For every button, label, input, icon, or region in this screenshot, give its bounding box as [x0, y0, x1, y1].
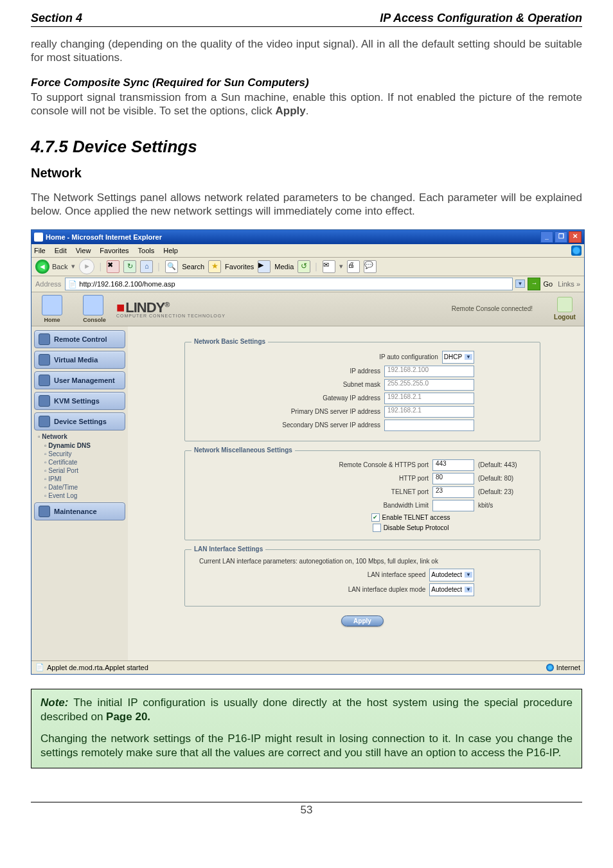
back-button[interactable]: ◄ — [35, 260, 49, 274]
print-icon[interactable]: 🖨 — [347, 260, 360, 273]
stop-icon[interactable]: ✖ — [107, 260, 120, 273]
history-icon[interactable]: ↺ — [298, 260, 310, 273]
nav-maintenance-label: Maintenance — [54, 508, 97, 515]
note-line1b: Page 20. — [106, 711, 150, 723]
menu-edit[interactable]: Edit — [55, 247, 67, 254]
ipaddr-input[interactable]: 192.168.2.100 — [384, 366, 474, 377]
tree-date-time[interactable]: ▫ Date/Time — [38, 483, 125, 492]
titlebar: Home - Microsoft Internet Explorer _ ❐ ✕ — [31, 230, 584, 244]
menu-tools[interactable]: Tools — [138, 247, 155, 254]
refresh-icon[interactable]: ↻ — [123, 260, 136, 273]
menu-help[interactable]: Help — [163, 247, 178, 254]
header-section: Section 4 — [31, 12, 82, 25]
media-icon[interactable]: ▶ — [258, 260, 271, 273]
logout-icon — [557, 297, 573, 312]
bw-label: Bandwidth Limit — [383, 502, 429, 509]
http-input[interactable]: 80 — [432, 473, 474, 484]
disable-setup-checkbox[interactable] — [373, 524, 381, 532]
tree-certificate[interactable]: ▫ Certificate — [38, 458, 125, 466]
enable-telnet-checkbox[interactable]: ✔ — [371, 513, 380, 522]
lan-settings-group: LAN Interface Settings Current LAN inter… — [184, 549, 540, 607]
search-label: Search — [182, 263, 204, 270]
network-heading: Network — [31, 166, 582, 181]
minimize-button[interactable]: _ — [540, 231, 553, 243]
address-dropdown-icon[interactable]: ▼ — [515, 279, 526, 288]
address-bar: Address 📄http://192.168.2.100/home.asp ▼… — [31, 276, 584, 292]
menu-file[interactable]: File — [34, 247, 46, 254]
internet-icon — [546, 664, 554, 671]
forward-button[interactable]: ► — [79, 259, 94, 274]
lan-speed-select[interactable]: Autodetect▼ — [429, 569, 474, 581]
kvm-icon — [39, 395, 50, 407]
nav-kvm-settings-label: KVM Settings — [54, 397, 100, 405]
nav-kvm-settings[interactable]: KVM Settings — [34, 392, 125, 410]
menu-view[interactable]: View — [76, 247, 91, 254]
rchttps-hint: (Default: 443) — [478, 461, 529, 468]
address-label: Address — [35, 280, 61, 288]
zone-label: Internet — [556, 664, 580, 671]
telnet-label: TELNET port — [391, 488, 429, 495]
home-icon — [42, 295, 62, 315]
body-para-2: To support signal transmission from a Su… — [31, 91, 582, 118]
section-title: 4.7.5 Device Settings — [31, 137, 582, 157]
dns2-input[interactable] — [384, 420, 474, 431]
nav-user-management[interactable]: User Management — [34, 371, 125, 389]
chevron-down-icon: ▼ — [465, 587, 472, 592]
menubar: File Edit View Favorites Tools Help — [31, 244, 584, 258]
user-mgmt-icon — [39, 375, 50, 386]
telnet-input[interactable]: 23 — [432, 486, 474, 498]
bw-input[interactable] — [432, 500, 474, 511]
note-box: Note: The initial IP configuration is us… — [31, 689, 582, 768]
nav-remote-control[interactable]: Remote Control — [34, 330, 125, 348]
menu-favorites[interactable]: Favorites — [100, 247, 129, 254]
close-button[interactable]: ✕ — [569, 231, 582, 243]
favorites-icon[interactable]: ★ — [208, 260, 221, 273]
lan-duplex-select[interactable]: Autodetect▼ — [429, 583, 474, 596]
nav-virtual-media-label: Virtual Media — [54, 356, 98, 364]
body-para-2c: . — [306, 105, 309, 117]
basic-settings-group: Network Basic Settings IP auto configura… — [184, 342, 540, 441]
tree-ipmi[interactable]: ▫ IPMI — [38, 475, 125, 483]
address-input[interactable]: 📄http://192.168.2.100/home.asp — [65, 278, 512, 290]
subnet-label: Subnet mask — [343, 381, 380, 388]
search-icon[interactable]: 🔍 — [165, 260, 178, 273]
page-number: 53 — [31, 802, 582, 817]
maximize-button[interactable]: ❐ — [555, 231, 567, 243]
nav-remote-control-label: Remote Control — [54, 335, 107, 343]
nav-virtual-media[interactable]: Virtual Media — [34, 351, 125, 369]
tree-security[interactable]: ▫ Security — [38, 450, 125, 458]
subnet-input[interactable]: 255.255.255.0 — [384, 379, 474, 391]
rchttps-label: Remote Console & HTTPS port — [339, 461, 429, 468]
logout-button[interactable]: Logout — [546, 297, 584, 321]
tree-network[interactable]: ▫ Network — [38, 433, 125, 440]
disable-setup-label: Disable Setup Protocol — [384, 524, 449, 531]
dns1-input[interactable]: 192.168.2.1 — [384, 406, 474, 418]
misc-settings-group: Network Miscellaneous Settings Remote Co… — [184, 450, 540, 540]
discuss-icon[interactable]: 💬 — [364, 260, 377, 273]
links-label[interactable]: Links » — [558, 280, 580, 288]
rchttps-input[interactable]: 443 — [432, 459, 474, 471]
gateway-input[interactable]: 192.168.2.1 — [384, 393, 474, 404]
ie-page-icon — [34, 233, 43, 242]
gateway-label: Gateway IP address — [323, 394, 380, 402]
apply-button[interactable]: Apply — [341, 616, 384, 626]
ipauto-select[interactable]: DHCP▼ — [442, 351, 474, 364]
remote-console-status: Remote Console connected! — [452, 305, 533, 312]
tree-event-log[interactable]: ▫ Event Log — [38, 492, 125, 500]
console-nav[interactable]: Console — [83, 295, 106, 323]
applet-icon: 📄 — [35, 663, 44, 671]
console-label: Console — [83, 317, 106, 323]
tree-dynamic-dns[interactable]: ▫ Dynamic DNS — [38, 441, 125, 450]
lindy-sub: COMPUTER CONNECTION TECHNOLOGY — [116, 314, 226, 318]
console-icon — [83, 295, 103, 315]
mail-icon[interactable]: ✉ — [323, 260, 335, 273]
home-nav[interactable]: Home — [42, 295, 62, 323]
home-icon[interactable]: ⌂ — [140, 260, 153, 273]
address-url: http://192.168.2.100/home.asp — [79, 280, 175, 288]
device-settings-tree: ▫ Network ▫ Dynamic DNS ▫ Security ▫ Cer… — [38, 433, 125, 500]
nav-device-settings[interactable]: Device Settings — [34, 412, 125, 430]
nav-maintenance[interactable]: Maintenance — [34, 502, 125, 520]
tree-serial-port[interactable]: ▫ Serial Port — [38, 466, 125, 475]
http-hint: (Default: 80) — [478, 475, 529, 482]
go-button[interactable]: → — [528, 278, 540, 290]
